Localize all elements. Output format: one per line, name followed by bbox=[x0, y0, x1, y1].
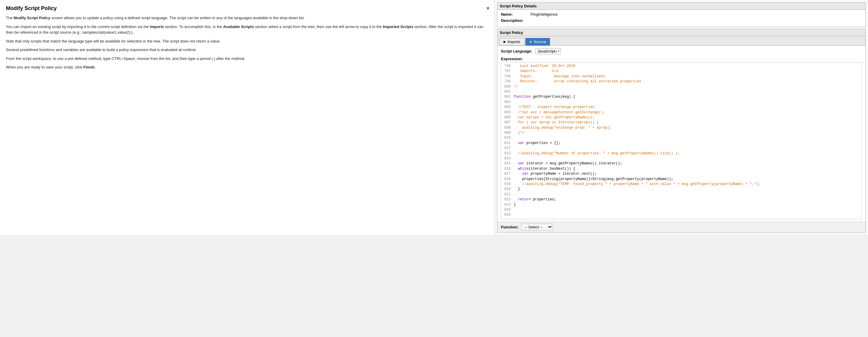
code-line-819: 819 //auditLog.debug("TEMP: found_proper… bbox=[502, 182, 860, 187]
name-row: Name: PingIntelligence bbox=[501, 12, 862, 16]
description-label: Description: bbox=[501, 18, 530, 23]
code-line-820: 820 } bbox=[502, 187, 860, 192]
details-body: Name: PingIntelligence Description: bbox=[497, 10, 865, 27]
tab-imports[interactable]: ▶ Imports bbox=[500, 38, 524, 45]
code-line-808: 808 auditLog.debug("exchange prop: " + e… bbox=[502, 126, 860, 130]
description-para-6: When you are ready to save your script, … bbox=[6, 64, 489, 70]
code-line-823: 823 } bbox=[502, 202, 860, 207]
description-para-3: Note that only scripts that match the la… bbox=[6, 38, 489, 44]
code-line-821: 821 bbox=[502, 192, 860, 197]
code-line-811: 811 var properties = {}; bbox=[502, 141, 860, 146]
code-line-802: 802 function getProperties(msg) { bbox=[502, 94, 860, 99]
page-title: Modify Script Policy bbox=[6, 5, 489, 11]
code-line-825: 825 bbox=[502, 212, 860, 217]
code-line-797: 797 Imports: n/a bbox=[502, 69, 860, 74]
tab-imports-label: Imports bbox=[507, 39, 520, 44]
right-panel: Script Policy Details Name: PingIntellig… bbox=[495, 0, 868, 235]
tab-source-label: Source bbox=[534, 39, 546, 44]
code-line-807: 807 for ( var eprop in Iterator(eprops))… bbox=[502, 120, 860, 125]
description-row: Description: bbox=[501, 18, 862, 23]
code-line-813: 813 //auditLog.debug("Number of properti… bbox=[502, 151, 860, 156]
code-line-817: 817 var propertyName = iterator.next(); bbox=[502, 171, 860, 176]
left-panel: Modify Script Policy ▼ The Modify Script… bbox=[0, 0, 495, 235]
code-line-809: 809 }*/ bbox=[502, 130, 860, 135]
code-line-824: 824 bbox=[502, 207, 860, 212]
code-line-806: 806 var eprops = exc.getPropertyNames(); bbox=[502, 115, 860, 120]
function-select-wrapper: -- Select -- bbox=[521, 224, 553, 231]
code-line-798: 798 Input: message (non-normalized) bbox=[502, 74, 860, 79]
name-value: PingIntelligence bbox=[530, 12, 558, 16]
script-language-row: Script Language: JavaScript Groovy BeanS… bbox=[501, 48, 862, 54]
tab-source[interactable]: ▼ Source bbox=[525, 38, 550, 45]
script-language-select-wrapper: JavaScript Groovy BeanShell bbox=[535, 48, 561, 54]
code-line-801: 801 bbox=[502, 90, 860, 94]
source-content: Script Language: JavaScript Groovy BeanS… bbox=[497, 46, 865, 222]
code-editor[interactable]: 796 Last modified: 20-Oct-2019 797 Impor… bbox=[501, 62, 862, 219]
script-policy-section: Script Policy ▶ Imports ▼ Source Script … bbox=[497, 29, 866, 233]
script-language-select[interactable]: JavaScript Groovy BeanShell bbox=[535, 48, 561, 54]
expression-label: Expression: bbox=[501, 57, 862, 61]
code-line-812: 812 bbox=[502, 146, 860, 151]
policy-section-header: Script Policy bbox=[497, 29, 865, 36]
code-line-816: 816 while(iterator.hasNext()) { bbox=[502, 166, 860, 171]
function-label: Function: bbox=[501, 225, 518, 229]
code-line-810: 810 bbox=[502, 135, 860, 140]
function-select[interactable]: -- Select -- bbox=[521, 224, 553, 231]
name-label: Name: bbox=[501, 12, 530, 16]
description-para-5: From the script workspace, to use a pre-… bbox=[6, 56, 489, 62]
function-row: Function: -- Select -- bbox=[497, 222, 865, 232]
description-para-1: The Modify Script Policy screen allows y… bbox=[6, 15, 489, 21]
tab-imports-arrow-icon: ▶ bbox=[503, 40, 506, 44]
description-para-2: You can import an existing script by imp… bbox=[6, 24, 489, 35]
code-line-796: 796 Last modified: 20-Oct-2019 bbox=[502, 64, 860, 69]
script-policy-details-section: Script Policy Details Name: PingIntellig… bbox=[497, 2, 866, 27]
tab-source-arrow-icon: ▼ bbox=[529, 40, 532, 44]
details-section-header: Script Policy Details bbox=[497, 3, 865, 10]
code-line-805: 805 /*var exc = messageContext.getExchan… bbox=[502, 110, 860, 115]
code-line-815: 815 var iterator = msg.getPropertyNames(… bbox=[502, 161, 860, 166]
tabs-container: ▶ Imports ▼ Source bbox=[497, 36, 865, 46]
collapse-arrow-icon[interactable]: ▼ bbox=[486, 6, 491, 12]
code-line-803: 803 bbox=[502, 100, 860, 105]
code-line-804: 804 //TEST - inspect exchange properties bbox=[502, 105, 860, 110]
description-para-4: Several predefined functions and variabl… bbox=[6, 47, 489, 53]
code-line-822: 822 return properties; bbox=[502, 197, 860, 202]
code-line-799: 799 Returns: array containing all extrac… bbox=[502, 79, 860, 84]
code-line-800: 800 */ bbox=[502, 85, 860, 90]
script-language-label: Script Language: bbox=[501, 49, 532, 54]
code-line-818: 818 properties[String(propertyName)]=Str… bbox=[502, 177, 860, 182]
code-line-814: 814 bbox=[502, 156, 860, 161]
